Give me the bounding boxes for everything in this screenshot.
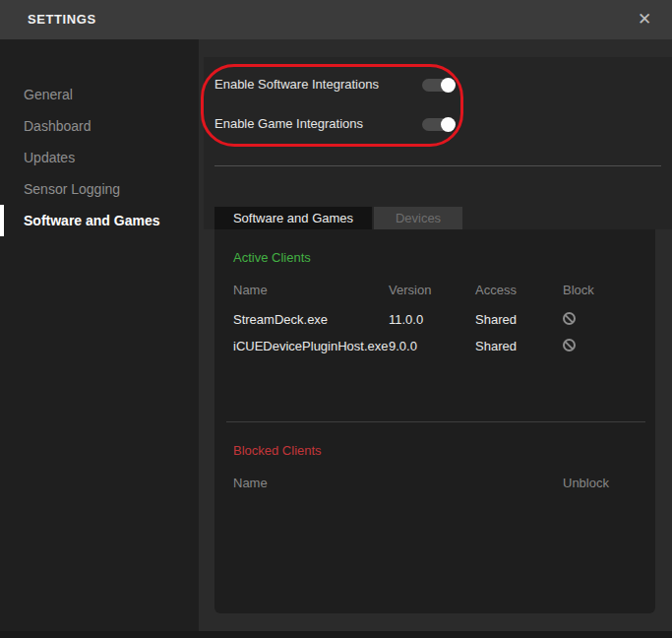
column-header-unblock: Unblock: [563, 476, 609, 490]
game-integrations-label: Enable Game Integrations: [214, 116, 363, 132]
column-header-block: Block: [563, 283, 594, 297]
toggle-knob: [441, 117, 456, 132]
sidebar-item-label: Dashboard: [24, 118, 92, 134]
tab-devices[interactable]: Devices: [374, 207, 462, 229]
toggle-knob: [441, 78, 456, 93]
dialog-title: SETTINGS: [28, 0, 96, 39]
title-bar: SETTINGS ✕: [0, 0, 672, 39]
column-header-access: Access: [475, 283, 517, 297]
active-clients-title: Active Clients: [233, 250, 311, 265]
settings-dialog: SETTINGS ✕ General Dashboard Updates Sen…: [0, 0, 672, 638]
game-integrations-toggle[interactable]: [422, 118, 454, 131]
sidebar-item-updates[interactable]: Updates: [0, 142, 199, 173]
column-header-name: Name: [233, 283, 268, 297]
client-name: iCUEDevicePluginHost.exe: [233, 339, 389, 353]
panel-divider: [226, 421, 645, 422]
integrations-section: Enable Software Integrations Enable Game…: [204, 57, 672, 229]
sidebar-item-label: Software and Games: [24, 213, 160, 228]
clients-panel: Active Clients Name Version Access Block…: [214, 229, 655, 613]
software-integrations-row: Enable Software Integrations: [214, 77, 661, 96]
block-icon[interactable]: [563, 339, 576, 351]
blocked-clients-title: Blocked Clients: [233, 443, 322, 458]
close-icon[interactable]: ✕: [627, 2, 662, 37]
block-icon[interactable]: [563, 312, 576, 325]
sidebar-item-label: Sensor Logging: [24, 181, 120, 197]
sidebar-item-sensor-logging[interactable]: Sensor Logging: [0, 173, 199, 205]
window-bottom-border: [0, 631, 672, 638]
active-item-indicator: [0, 205, 4, 236]
settings-sidebar: General Dashboard Updates Sensor Logging…: [0, 39, 199, 631]
software-integrations-label: Enable Software Integrations: [214, 77, 379, 93]
tab-software-and-games[interactable]: Software and Games: [214, 207, 372, 229]
sidebar-item-label: General: [24, 87, 73, 102]
client-access: Shared: [475, 312, 517, 327]
sidebar-item-general[interactable]: General: [0, 79, 199, 110]
column-header-version: Version: [389, 283, 431, 297]
client-version: 9.0.0: [389, 339, 417, 353]
game-integrations-row: Enable Game Integrations: [214, 116, 661, 136]
sidebar-item-software-and-games[interactable]: Software and Games: [0, 205, 199, 236]
sidebar-item-label: Updates: [24, 150, 75, 165]
software-integrations-toggle[interactable]: [422, 79, 454, 92]
section-divider: [214, 165, 661, 166]
client-name: StreamDeck.exe: [233, 312, 328, 327]
column-header-name: Name: [233, 476, 268, 490]
client-access: Shared: [475, 339, 517, 353]
client-version: 11.0.0: [389, 312, 423, 327]
settings-content: Enable Software Integrations Enable Game…: [199, 39, 672, 631]
sidebar-item-dashboard[interactable]: Dashboard: [0, 110, 199, 142]
